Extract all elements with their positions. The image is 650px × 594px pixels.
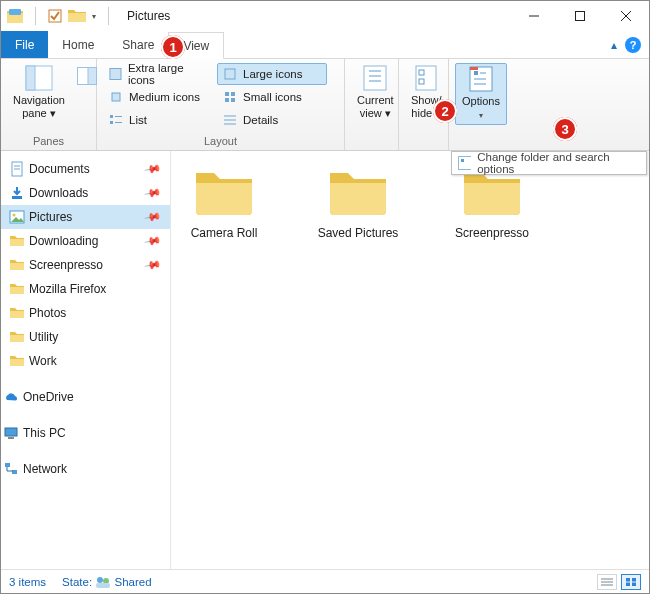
svg-rect-17 [225,98,229,102]
minimize-ribbon-icon[interactable]: ▴ [611,38,617,52]
nav-item-work[interactable]: Work [1,349,170,373]
svg-rect-2 [9,9,21,15]
options-tooltip: Change folder and search options [451,151,647,175]
svg-rect-11 [88,68,97,85]
options-button[interactable]: Options▾ [455,63,507,125]
group-panes: Navigation pane ▾ Panes [1,59,97,150]
ribbon-view: Navigation pane ▾ Panes Extra large icon… [1,59,649,151]
svg-rect-44 [8,437,14,439]
svg-rect-19 [110,115,113,118]
close-button[interactable] [603,1,649,31]
ribbon-tabs: File Home Share View ▴ ? [1,31,649,59]
view-switcher [597,574,641,590]
svg-rect-21 [110,121,113,124]
nav-item-downloads[interactable]: Downloads📌 [1,181,170,205]
nav-item-pictures[interactable]: Pictures📌 [1,205,170,229]
folder-type-icon [7,9,23,23]
share-state: State: Shared [62,576,152,588]
options-tooltip-icon [458,156,471,170]
nav-root-this-pc[interactable]: This PC [1,421,170,445]
item-count: 3 items [9,576,46,588]
annotation-1: 1 [161,35,185,59]
folder-icon [192,165,256,220]
svg-rect-9 [26,66,35,90]
svg-point-42 [13,214,16,217]
group-options: Options▾ [449,59,507,150]
tab-home[interactable]: Home [48,31,108,58]
svg-rect-36 [461,159,464,162]
svg-rect-40 [12,196,22,199]
navigation-pane-button[interactable]: Navigation pane ▾ [7,63,71,122]
svg-rect-55 [626,582,630,586]
group-layout: Extra large iconsLarge iconsMedium icons… [97,59,345,150]
folder-icon [68,8,86,24]
quick-access-toolbar: ▾ Pictures [7,7,170,25]
svg-rect-56 [632,582,636,586]
svg-rect-43 [5,428,17,436]
pin-icon: 📌 [144,160,163,179]
details-view-button[interactable] [597,574,617,590]
status-bar: 3 items State: Shared [1,569,649,593]
current-view-button[interactable]: Current view ▾ [351,63,400,122]
layout-xl[interactable]: Extra large icons [103,63,213,85]
folder-saved-pictures[interactable]: Saved Pictures [313,165,403,240]
layout-ls[interactable]: List [103,109,213,131]
tab-share[interactable]: Share [108,31,168,58]
layout-lg[interactable]: Large icons [217,63,327,85]
svg-rect-49 [96,583,110,588]
pin-icon: 📌 [144,232,163,251]
pin-icon: 📌 [144,208,163,227]
separator [35,7,36,25]
nav-item-screenpresso[interactable]: Screenpresso📌 [1,253,170,277]
svg-rect-18 [231,98,235,102]
maximize-button[interactable] [557,1,603,31]
svg-rect-53 [626,578,630,582]
group-label-layout: Layout [103,132,338,150]
nav-item-utility[interactable]: Utility [1,325,170,349]
svg-rect-26 [364,66,386,90]
pin-icon: 📌 [144,184,163,203]
nav-root-network[interactable]: Network [1,457,170,481]
svg-point-47 [97,577,103,583]
svg-rect-13 [225,69,235,79]
svg-rect-34 [474,71,478,75]
layout-md[interactable]: Medium icons [103,86,213,108]
nav-root-onedrive[interactable]: OneDrive [1,385,170,409]
svg-rect-12 [110,68,121,79]
main-area: Documents📌Downloads📌Pictures📌Downloading… [1,151,649,569]
file-list[interactable]: Camera RollSaved PicturesScreenpresso [171,151,649,569]
svg-rect-45 [5,463,10,467]
window-controls [511,1,649,31]
svg-rect-14 [112,93,120,101]
folder-screenpresso[interactable]: Screenpresso [447,165,537,240]
options-tooltip-text: Change folder and search options [477,151,640,175]
large-icons-view-button[interactable] [621,574,641,590]
layout-dt[interactable]: Details [217,109,327,131]
annotation-3: 3 [553,117,577,141]
nav-item-mozilla-firefox[interactable]: Mozilla Firefox [1,277,170,301]
svg-rect-5 [576,12,585,21]
layout-sm[interactable]: Small icons [217,86,327,108]
svg-rect-35 [459,157,472,170]
tab-file[interactable]: File [1,31,48,58]
properties-icon[interactable] [48,9,62,23]
svg-rect-54 [632,578,636,582]
folder-camera-roll[interactable]: Camera Roll [179,165,269,240]
nav-item-downloading[interactable]: Downloading📌 [1,229,170,253]
pin-icon: 📌 [144,256,163,275]
group-current-view: Current view ▾ [345,59,399,150]
window-title: Pictures [127,9,170,23]
nav-item-documents[interactable]: Documents📌 [1,157,170,181]
separator [108,7,109,25]
help-button[interactable]: ? [625,37,641,53]
qat-dropdown[interactable]: ▾ [92,12,96,21]
minimize-button[interactable] [511,1,557,31]
title-bar: ▾ Pictures [1,1,649,31]
group-label-panes: Panes [7,132,90,150]
svg-rect-15 [225,92,229,96]
folder-icon [326,165,390,220]
navigation-pane: Documents📌Downloads📌Pictures📌Downloading… [1,151,171,569]
annotation-2: 2 [433,99,457,123]
nav-item-photos[interactable]: Photos [1,301,170,325]
svg-rect-16 [231,92,235,96]
